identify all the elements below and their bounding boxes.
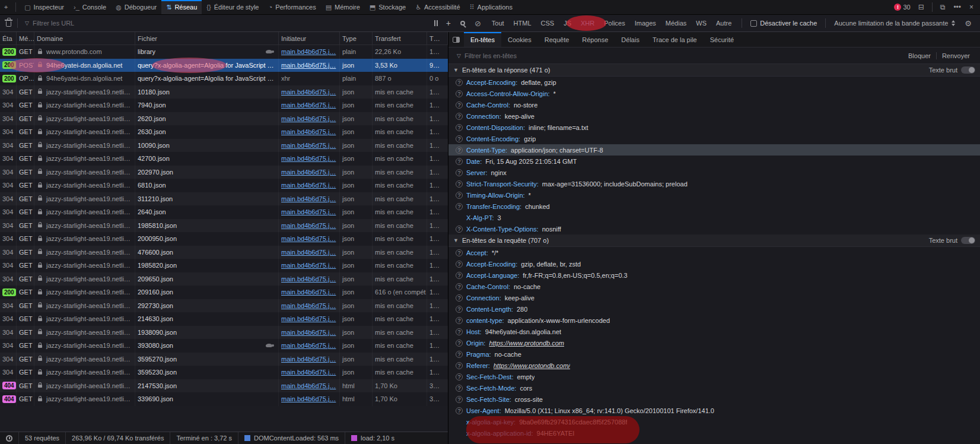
header-row[interactable]: ?x-algolia-application-id:94HE6YATEI xyxy=(448,427,980,439)
toolbar-tab-inspecteur[interactable]: ▢Inspecteur xyxy=(20,0,69,14)
help-icon[interactable]: ? xyxy=(456,135,463,142)
help-icon[interactable]: ? xyxy=(456,249,463,256)
toolbar-tab-reseau[interactable]: ⇅Réseau xyxy=(161,0,202,14)
header-row[interactable]: ?Cache-Control:no-store xyxy=(448,99,980,110)
request-row[interactable]: 304GETjazzy-starlight-aeea19.netli…19858… xyxy=(0,219,448,233)
help-icon[interactable]: ? xyxy=(456,147,463,154)
search-icon[interactable] xyxy=(460,21,465,26)
initiator-link[interactable]: main.bd4b6d75.j… xyxy=(281,395,336,402)
request-row[interactable]: 304GETjazzy-starlight-aeea19.netli…10090… xyxy=(0,139,448,153)
header-row[interactable]: ?Content-Disposition:inline; filename=a.… xyxy=(448,122,980,133)
initiator-link[interactable]: main.bd4b6d75.j… xyxy=(281,342,336,349)
details-tab-cookies[interactable]: Cookies xyxy=(501,32,538,47)
filter-polices[interactable]: Polices xyxy=(600,18,629,28)
help-icon[interactable]: ? xyxy=(456,373,463,380)
initiator-link[interactable]: main.bd4b6d75.j… xyxy=(281,88,336,96)
column-header-fichier[interactable]: Fichier xyxy=(135,32,279,45)
disable-cache-checkbox[interactable]: Désactiver le cache xyxy=(750,20,817,27)
url-filter-input[interactable] xyxy=(31,19,430,27)
request-row[interactable]: 304GETjazzy-starlight-aeea19.netli…20965… xyxy=(0,272,448,286)
help-icon[interactable]: ? xyxy=(456,272,463,279)
header-row[interactable]: ?Server:nginx xyxy=(448,167,980,178)
request-row[interactable]: 304GETjazzy-starlight-aeea19.netli…39308… xyxy=(0,339,448,353)
request-row[interactable]: 404GETjazzy-starlight-aeea19.netli…21475… xyxy=(0,379,448,393)
element-picker-icon[interactable]: ⌖ xyxy=(0,0,12,14)
help-icon[interactable]: ? xyxy=(456,294,463,302)
filter-html[interactable]: HTML xyxy=(510,18,536,28)
column-header-ta[interactable]: Éta xyxy=(0,32,17,45)
request-row[interactable]: 304GETjazzy-starlight-aeea19.netli…31121… xyxy=(0,192,448,206)
help-icon[interactable]: ? xyxy=(456,362,463,369)
network-settings-gear-icon[interactable]: ⚙ xyxy=(960,19,976,28)
header-row[interactable]: ?Accept-Encoding:gzip, deflate, br, zstd xyxy=(448,258,980,269)
details-tab-r-ponse[interactable]: Réponse xyxy=(575,32,615,47)
header-value-link[interactable]: https://www.protondb.com/ xyxy=(494,362,571,369)
request-row[interactable]: 200OP…94he6yatei-dsn.algolia.netquery?x-… xyxy=(0,72,448,85)
help-icon[interactable]: ? xyxy=(456,113,463,120)
header-row[interactable]: ?Sec-Fetch-Dest:empty xyxy=(448,371,980,382)
header-row[interactable]: ?x-algolia-api-key:9ba0e69fb2974316cdaec… xyxy=(448,416,980,427)
initiator-link[interactable]: main.bd4b6d75.j… xyxy=(281,315,336,322)
request-row[interactable]: 304GETjazzy-starlight-aeea19.netli…7940.… xyxy=(0,99,448,112)
header-row[interactable]: ?Sec-Fetch-Mode:cors xyxy=(448,382,980,394)
header-row[interactable]: ?Connection:keep-alive xyxy=(448,292,980,303)
toolbar-tab-editeur-de-style[interactable]: {}Éditeur de style xyxy=(202,0,263,14)
initiator-link[interactable]: main.bd4b6d75.j… xyxy=(281,275,336,283)
header-row[interactable]: ?Date:Fri, 15 Aug 2025 21:05:14 GMT xyxy=(448,156,980,167)
help-icon[interactable]: ? xyxy=(456,261,463,268)
details-tab-requ-te[interactable]: Requête xyxy=(538,32,576,47)
panel-toggle-icon[interactable] xyxy=(448,32,464,47)
column-header-type[interactable]: Type xyxy=(340,32,373,45)
request-row[interactable]: 200GETwww.protondb.comlibrarymain.bd4b6d… xyxy=(0,45,448,59)
column-header-domaine[interactable]: Domaine xyxy=(34,32,135,45)
details-tab-trace-de-la-pile[interactable]: Trace de la pile xyxy=(646,32,704,47)
request-row[interactable]: 304GETjazzy-starlight-aeea19.netli…20297… xyxy=(0,166,448,179)
header-row[interactable]: ?Origin:https://www.protondb.com xyxy=(448,337,980,348)
error-count-badge[interactable]: ! 30 xyxy=(890,4,914,11)
help-icon[interactable]: ? xyxy=(456,158,463,165)
request-row[interactable]: 200GETjazzy-starlight-aeea19.netli…20916… xyxy=(0,286,448,299)
header-row[interactable]: ?Pragma:no-cache xyxy=(448,348,980,360)
details-tab-s-curit-[interactable]: Sécurité xyxy=(704,32,740,47)
more-options-icon[interactable]: ••• xyxy=(949,3,965,11)
initiator-link[interactable]: main.bd4b6d75.j… xyxy=(281,382,336,389)
request-row[interactable]: 200POST94he6yatei-dsn.algolia.netquery?x… xyxy=(0,59,448,72)
filter-css[interactable]: CSS xyxy=(537,18,559,28)
initiator-link[interactable]: main.bd4b6d75.j… xyxy=(281,102,336,109)
reload-status[interactable] xyxy=(0,432,19,444)
new-request-icon[interactable]: + xyxy=(442,19,455,27)
request-row[interactable]: 304GETjazzy-starlight-aeea19.netli…35952… xyxy=(0,353,448,366)
help-icon[interactable]: ? xyxy=(456,180,463,188)
header-row[interactable]: ?Transfer-Encoding:chunked xyxy=(448,201,980,212)
help-icon[interactable]: ? xyxy=(456,340,463,347)
header-row[interactable]: ?Referer:https://www.protondb.com/ xyxy=(448,360,980,371)
filter-js[interactable]: JS xyxy=(559,18,575,28)
help-icon[interactable]: ? xyxy=(456,124,463,131)
close-icon[interactable]: × xyxy=(965,3,978,11)
header-row[interactable]: ?Access-Control-Allow-Origin:* xyxy=(448,88,980,99)
header-row[interactable]: ?content-type:application/x-www-form-url… xyxy=(448,315,980,326)
throttling-select[interactable]: Aucune limitation de la bande passante xyxy=(829,20,960,27)
details-tab-en-t-tes[interactable]: En-têtes xyxy=(464,32,501,47)
help-icon[interactable]: ? xyxy=(456,90,463,97)
help-icon[interactable]: ? xyxy=(456,306,463,313)
initiator-link[interactable]: main.bd4b6d75.j… xyxy=(281,182,336,189)
header-row[interactable]: ?User-Agent:Mozilla/5.0 (X11; Linux x86_… xyxy=(448,405,980,416)
help-icon[interactable]: ? xyxy=(456,102,463,109)
initiator-link[interactable]: main.bd4b6d75.j… xyxy=(281,48,336,55)
details-tab-d-lais[interactable]: Délais xyxy=(615,32,646,47)
request-row[interactable]: 304GETjazzy-starlight-aeea19.netli…2640.… xyxy=(0,205,448,219)
initiator-link[interactable]: main.bd4b6d75.j… xyxy=(281,169,336,176)
response-headers-section-title[interactable]: ▼En-têtes de la réponse (471 o)Texte bru… xyxy=(448,64,980,77)
initiator-link[interactable]: main.bd4b6d75.j… xyxy=(281,249,336,256)
column-header-transfert[interactable]: Transfert xyxy=(373,32,427,45)
initiator-link[interactable]: main.bd4b6d75.j… xyxy=(281,288,336,296)
resend-button[interactable]: Renvoyer xyxy=(936,52,975,59)
split-console-icon[interactable]: ⊟ xyxy=(914,3,928,11)
toolbar-tab-accessibilite[interactable]: ♿Accessibilité xyxy=(411,0,464,14)
request-row[interactable]: 304GETjazzy-starlight-aeea19.netli…35952… xyxy=(0,366,448,379)
filter-autre[interactable]: Autre xyxy=(712,18,736,28)
toolbar-tab-console[interactable]: ›_Console xyxy=(69,0,111,14)
header-row[interactable]: ?X-Content-Type-Options:nosniff xyxy=(448,223,980,234)
help-icon[interactable]: ? xyxy=(456,283,463,290)
